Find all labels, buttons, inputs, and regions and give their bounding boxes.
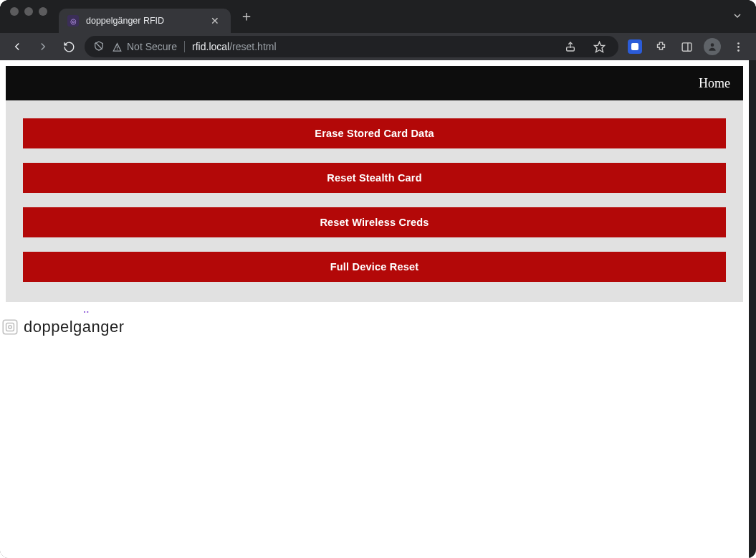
tab-title: doppelgänger RFID [86, 16, 201, 26]
extensions-menu-icon[interactable] [650, 36, 671, 57]
share-icon[interactable] [560, 36, 581, 57]
tabs-dropdown-icon[interactable] [724, 6, 750, 33]
browser-titlebar: ◎ doppelgänger RFID ✕ ＋ [0, 0, 756, 33]
reset-wireless-creds-button[interactable]: Reset Wireless Creds [23, 207, 726, 237]
profile-avatar[interactable] [702, 36, 723, 57]
tab-close-icon[interactable]: ✕ [208, 14, 222, 28]
forward-button[interactable] [33, 37, 53, 57]
page: Home Erase Stored Card Data Reset Stealt… [0, 60, 749, 558]
svg-point-7 [737, 46, 740, 48]
svg-rect-9 [3, 320, 17, 334]
brand-wordmark: doppelganger [24, 318, 125, 336]
svg-marker-2 [594, 42, 604, 52]
address-bar[interactable]: Not Secure rfid.local/reset.html [85, 36, 618, 57]
browser-tab[interactable]: ◎ doppelgänger RFID ✕ [59, 9, 231, 33]
svg-rect-10 [6, 323, 14, 331]
toolbar-right [624, 36, 749, 57]
tab-favicon-icon: ◎ [67, 15, 79, 27]
extension-icon[interactable] [624, 36, 646, 57]
scrollbar-track[interactable] [749, 60, 756, 558]
svg-point-8 [737, 49, 740, 52]
traffic-minimize-icon[interactable] [24, 7, 33, 16]
viewport: Home Erase Stored Card Data Reset Stealt… [0, 60, 756, 558]
svg-line-0 [95, 42, 102, 49]
site-nav: Home [6, 66, 743, 100]
full-device-reset-button[interactable]: Full Device Reset [23, 252, 726, 282]
bookmark-icon[interactable] [588, 36, 610, 57]
site-settings-icon[interactable] [93, 40, 105, 54]
url-path: /reset.html [229, 41, 276, 52]
traffic-close-icon[interactable] [10, 7, 19, 16]
button-group: Erase Stored Card Data Reset Stealth Car… [6, 100, 743, 302]
security-indicator[interactable]: Not Secure [112, 41, 177, 52]
brand-logo: doppelganger [1, 308, 749, 336]
svg-rect-3 [682, 42, 692, 50]
erase-card-data-button[interactable]: Erase Stored Card Data [23, 118, 726, 148]
browser-window: ◎ doppelgänger RFID ✕ ＋ Not Secure [0, 0, 756, 558]
security-label: Not Secure [127, 41, 177, 52]
omnibox-separator [184, 41, 185, 52]
svg-point-11 [9, 326, 11, 328]
traffic-zoom-icon[interactable] [39, 7, 47, 16]
reset-stealth-card-button[interactable]: Reset Stealth Card [23, 163, 726, 193]
content-wrap: Home Erase Stored Card Data Reset Stealt… [6, 66, 743, 302]
svg-point-5 [711, 43, 714, 47]
window-controls [6, 0, 53, 33]
new-tab-button[interactable]: ＋ [231, 2, 262, 33]
kebab-menu-icon[interactable] [727, 36, 749, 57]
side-panel-icon[interactable] [676, 36, 697, 57]
back-button[interactable] [7, 37, 27, 57]
brand-mark-icon [1, 318, 19, 336]
url-host: rfid.local [192, 41, 229, 52]
browser-toolbar: Not Secure rfid.local/reset.html [0, 33, 756, 60]
reload-button[interactable] [59, 37, 79, 57]
nav-home-link[interactable]: Home [699, 76, 730, 91]
url-text: rfid.local/reset.html [192, 41, 277, 52]
svg-point-6 [737, 42, 740, 44]
